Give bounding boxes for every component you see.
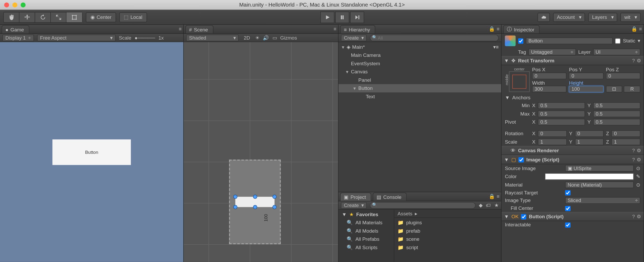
posx-field[interactable]: 0 [532,73,566,79]
anchor-max-y-field[interactable]: 0.5 [593,111,640,117]
play-button[interactable] [320,11,334,23]
image-type-dropdown[interactable]: Sliced÷ [565,197,640,204]
asset-folder[interactable]: 📁scene [394,235,501,243]
filter-icon[interactable]: ◆ [479,202,482,208]
gear-icon[interactable]: ⚙ [637,157,641,162]
rotation-x-field[interactable]: 0 [538,130,566,137]
favorite-item[interactable]: 🔍All Models [339,227,394,235]
resize-handle[interactable] [233,205,238,209]
hierarchy-item-button[interactable]: ▼Button [339,84,501,92]
project-search-input[interactable] [370,202,476,209]
layout-dropdown[interactable]: wit▾ [621,13,641,22]
button-component-header[interactable]: ▼OKButton (Script)?⚙ [502,212,644,221]
image-component-header[interactable]: ▼▢Image (Script)?⚙ [502,155,644,164]
move-tool-button[interactable] [19,12,35,22]
step-button[interactable] [350,11,364,23]
anchor-min-y-field[interactable]: 0.5 [593,102,640,109]
height-field[interactable]: 100 [569,86,603,92]
object-active-checkbox[interactable] [518,38,523,43]
fill-center-checkbox[interactable] [565,206,570,211]
gear-icon[interactable]: ⚙ [637,58,641,63]
favorite-item[interactable]: 🔍All Prefabs [339,235,394,243]
hierarchy-create-dropdown[interactable]: Create▾ [341,34,367,41]
label-icon[interactable]: 🏷 [486,202,491,208]
source-image-field[interactable]: ▣ UISprite [565,165,634,172]
scale-y-field[interactable]: 1 [575,139,603,145]
hierarchy-item-canvas[interactable]: ▼Canvas [339,68,501,76]
resize-handle[interactable] [272,195,277,199]
favorites-header[interactable]: ▼★Favorites [339,210,394,219]
static-checkbox[interactable] [615,38,620,43]
scene-view[interactable]: 100 [184,42,338,262]
pause-button[interactable] [335,11,349,23]
panel-menu-icon[interactable]: ≡ [497,26,500,32]
hand-tool-button[interactable] [4,12,19,22]
hierarchy-item-scene[interactable]: ▼◈ Main*▾≡ [339,43,501,51]
pivot-mode-toggle[interactable]: ◉Center [86,12,116,22]
cloud-button[interactable] [538,13,550,22]
posz-field[interactable]: 0 [606,73,640,79]
resize-handle[interactable] [253,205,257,209]
anchor-preset-button[interactable] [509,71,530,92]
scene-tab[interactable]: # Scene [185,25,213,33]
raw-edit-button[interactable]: R [624,86,640,92]
material-field[interactable]: None (Material) [565,182,634,188]
close-window-button[interactable] [4,2,9,7]
panel-menu-icon[interactable]: ≡ [334,26,336,32]
aspect-dropdown[interactable]: Free Aspect▾ [37,34,116,41]
anchor-max-x-field[interactable]: 0.5 [538,111,585,117]
asset-folder[interactable]: 📁plugins [394,219,501,227]
resize-handle[interactable] [233,195,238,199]
lock-icon[interactable]: 🔒 [631,26,637,32]
object-name-field[interactable]: Button [526,37,613,44]
scale-x-field[interactable]: 1 [538,139,566,145]
help-icon[interactable]: ? [632,148,635,154]
panel-menu-icon[interactable]: ≡ [179,26,182,32]
star-icon[interactable]: ★ [494,202,499,208]
console-tab[interactable]: ▤ Console [373,193,407,201]
scene-audio-icon[interactable]: 🔊 [263,35,269,41]
gear-icon[interactable]: ⚙ [637,148,641,154]
scene-selected-button[interactable] [235,197,275,207]
scale-z-field[interactable]: 1 [611,139,640,145]
resize-handle[interactable] [253,195,257,199]
interactable-checkbox[interactable] [565,222,570,227]
display-dropdown[interactable]: Display 1÷ [2,34,34,41]
hierarchy-search-input[interactable] [370,34,499,41]
posy-field[interactable]: 0 [569,73,603,79]
gear-icon[interactable]: ⚙ [637,214,641,220]
hierarchy-item-camera[interactable]: Main Camera [339,51,501,59]
hierarchy-item-panel[interactable]: Panel [339,76,501,84]
scene-lighting-icon[interactable]: ☀ [255,35,260,41]
project-create-dropdown[interactable]: Create▾ [341,202,367,209]
lock-icon[interactable]: 🔒 [489,26,495,32]
space-mode-toggle[interactable]: ⬚Local [119,12,147,22]
rect-tool-button[interactable] [66,12,82,22]
project-breadcrumb[interactable]: Assets▸ [394,210,501,218]
panel-menu-icon[interactable]: ≡ [639,26,642,32]
blueprint-mode-button[interactable]: ⊡ [606,86,622,92]
help-icon[interactable]: ? [632,214,635,220]
eyedropper-icon[interactable]: ✎ [636,174,640,179]
game-tab[interactable]: ● Game [2,25,29,33]
maximize-window-button[interactable] [21,2,26,7]
tag-dropdown[interactable]: Untagged÷ [529,49,576,55]
anchors-label[interactable]: Anchors [512,95,530,101]
help-icon[interactable]: ? [632,157,635,162]
minimize-window-button[interactable] [12,2,17,7]
layer-dropdown[interactable]: UI÷ [593,49,640,55]
project-tab[interactable]: ▣ Project [340,193,371,201]
panel-menu-icon[interactable]: ≡ [497,193,500,199]
hierarchy-item-eventsystem[interactable]: EventSystem [339,59,501,68]
hierarchy-tab[interactable]: ≡ Hierarchy [340,25,375,33]
button-enabled-checkbox[interactable] [521,214,526,219]
scale-tool-button[interactable] [51,12,67,22]
rotation-y-field[interactable]: 0 [575,130,603,137]
favorite-item[interactable]: 🔍All Materials [339,219,394,227]
image-enabled-checkbox[interactable] [518,157,524,162]
object-picker-icon[interactable]: ⊙ [636,182,640,188]
favorite-item[interactable]: 🔍All Scripts [339,243,394,252]
pivot-y-field[interactable]: 0.5 [593,119,640,125]
rect-transform-header[interactable]: ▼✥Rect Transform?⚙ [502,56,644,65]
scale-slider[interactable]: ●───── [135,35,155,41]
